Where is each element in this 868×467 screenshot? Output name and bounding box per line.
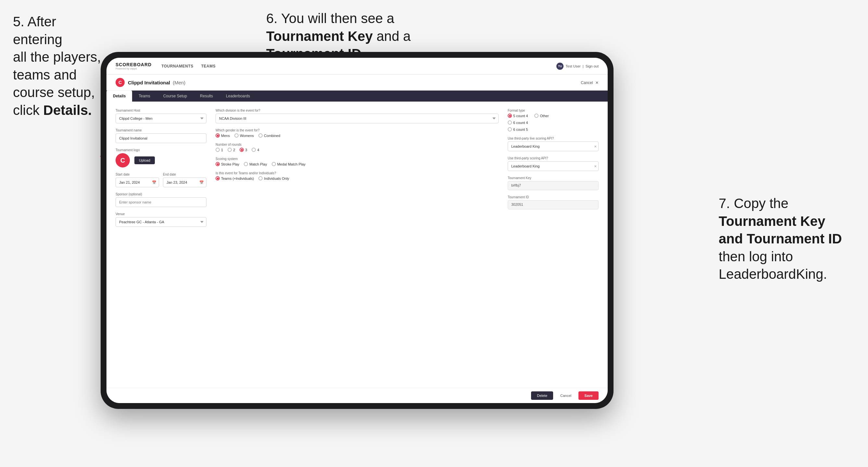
division-group: Which division is the event for? NCAA Di…	[216, 109, 499, 123]
upload-button[interactable]: Upload	[134, 156, 155, 164]
logo-upload-area: C Upload	[116, 153, 207, 167]
venue-group: Venue Peachtree GC - Atlanta - GA	[116, 212, 207, 227]
gender-womens[interactable]: Womens	[235, 133, 254, 137]
avatar: TU	[556, 63, 563, 70]
form-body: Tournament Host Clippd College - Men Tou…	[106, 101, 608, 388]
tournament-id-label: Tournament ID	[508, 195, 598, 199]
middle-column: Which division is the event for? NCAA Di…	[216, 109, 499, 232]
division-select[interactable]: NCAA Division III	[216, 114, 499, 123]
scoring-medal[interactable]: Medal Match Play	[272, 162, 306, 166]
gender-mens[interactable]: Mens	[216, 133, 230, 137]
scoring-label: Scoring system	[216, 157, 499, 161]
rounds-radio-group: 1 2 3 4	[216, 148, 499, 152]
brand-name: SCOREBOARD	[116, 62, 152, 67]
third-party2-label: Use third-party scoring API?	[508, 156, 598, 160]
format-row: 5 count 4 Other	[508, 114, 598, 118]
tab-teams[interactable]: Teams	[132, 91, 156, 101]
tournament-id-value: 302051	[508, 200, 598, 209]
tournament-key-group: Tournament Key b#fbj7	[508, 176, 598, 190]
end-cal-icon: 📅	[199, 181, 204, 185]
rounds-4-radio[interactable]	[252, 148, 256, 152]
tournament-key-value: b#fbj7	[508, 181, 598, 190]
tournament-key-label: Tournament Key	[508, 176, 598, 180]
gender-mens-radio[interactable]	[216, 133, 220, 137]
teams-plus-radio[interactable]	[216, 176, 220, 181]
teams-radio-group: Teams (+Individuals) Individuals Only	[216, 176, 499, 181]
rounds-4[interactable]: 4	[252, 148, 259, 152]
third-party2-group: Use third-party scoring API? ✕	[508, 156, 598, 171]
form-footer: Delete Cancel Save	[106, 388, 608, 403]
save-button[interactable]: Save	[579, 392, 598, 400]
cancel-footer-button[interactable]: Cancel	[556, 392, 575, 400]
rounds-label: Number of rounds	[216, 143, 499, 146]
host-select[interactable]: Clippd College - Men	[116, 114, 207, 123]
nav-teams[interactable]: TEAMS	[201, 64, 216, 68]
dates-group: Start date 📅 End date 📅	[116, 173, 207, 187]
format-5count4-radio[interactable]	[508, 114, 512, 118]
name-group: Tournament name	[116, 128, 207, 143]
scoring-stroke[interactable]: Stroke Play	[216, 162, 239, 166]
cancel-area: Cancel ✕	[581, 80, 598, 85]
rounds-1[interactable]: 1	[216, 148, 223, 152]
rounds-1-radio[interactable]	[216, 148, 220, 152]
scoring-stroke-radio[interactable]	[216, 162, 220, 166]
gender-combined[interactable]: Combined	[258, 133, 280, 137]
tab-course-setup[interactable]: Course Setup	[157, 91, 193, 101]
top-nav: SCOREBOARD Powered by clippd TOURNAMENTS…	[106, 58, 608, 75]
tablet-shell: SCOREBOARD Powered by clippd TOURNAMENTS…	[101, 52, 614, 409]
nav-tournaments[interactable]: TOURNAMENTS	[161, 64, 193, 68]
tab-leaderboards[interactable]: Leaderboards	[219, 91, 256, 101]
sponsor-group: Sponsor (optional)	[116, 192, 207, 207]
format-other-radio[interactable]	[534, 114, 538, 118]
format-6count4[interactable]: 6 count 4	[508, 120, 598, 125]
third-party1-label: Use third-party live scoring API?	[508, 136, 598, 140]
venue-select[interactable]: Peachtree GC - Atlanta - GA	[116, 217, 207, 227]
delete-button[interactable]: Delete	[531, 392, 553, 400]
individuals-only-radio[interactable]	[258, 176, 262, 181]
cancel-button[interactable]: Cancel ✕	[581, 81, 598, 85]
rounds-2-radio[interactable]	[227, 148, 232, 152]
format-radio-col: 5 count 4 Other 6 count 4	[508, 114, 598, 131]
page-title-area: C Clippd Invitational (Men)	[116, 78, 185, 87]
tablet-screen: SCOREBOARD Powered by clippd TOURNAMENTS…	[106, 58, 608, 403]
start-date-wrap: 📅	[116, 178, 159, 187]
format-label: Format type	[508, 109, 598, 112]
sign-out-link[interactable]: Sign out	[586, 64, 598, 68]
end-date-group: End date 📅	[163, 173, 207, 187]
rounds-group: Number of rounds 1 2	[216, 143, 499, 152]
logo-circle: C	[116, 153, 130, 167]
tab-details[interactable]: Details	[106, 91, 132, 101]
third-party1-group: Use third-party live scoring API? ✕	[508, 136, 598, 151]
right-column: Format type 5 count 4 Other	[508, 109, 598, 232]
format-6count5[interactable]: 6 count 5	[508, 127, 598, 131]
format-6count5-radio[interactable]	[508, 127, 512, 131]
rounds-3[interactable]: 3	[240, 148, 247, 152]
third-party1-clear[interactable]: ✕	[594, 145, 597, 148]
individuals-only[interactable]: Individuals Only	[258, 176, 289, 181]
page-header: C Clippd Invitational (Men) Cancel ✕	[106, 75, 608, 91]
format-6count4-radio[interactable]	[508, 120, 512, 125]
rounds-3-radio[interactable]	[240, 148, 244, 152]
gender-womens-radio[interactable]	[235, 133, 239, 137]
name-input[interactable]	[116, 133, 207, 143]
third-party2-clear[interactable]: ✕	[594, 164, 597, 168]
gender-combined-radio[interactable]	[258, 133, 262, 137]
brand-area: SCOREBOARD Powered by clippd	[116, 62, 152, 70]
format-other[interactable]: Other	[534, 114, 549, 118]
nav-separator: |	[583, 64, 584, 68]
teams-group: Is this event for Teams and/or Individua…	[216, 172, 499, 181]
scoring-medal-radio[interactable]	[272, 162, 276, 166]
tab-results[interactable]: Results	[193, 91, 219, 101]
format-5count4[interactable]: 5 count 4	[508, 114, 528, 118]
start-date-group: Start date 📅	[116, 173, 159, 187]
scoring-match[interactable]: Match Play	[244, 162, 267, 166]
gender-radio-group: Mens Womens Combined	[216, 133, 499, 137]
teams-plus-individuals[interactable]: Teams (+Individuals)	[216, 176, 254, 181]
rounds-2[interactable]: 2	[227, 148, 235, 152]
sponsor-input[interactable]	[116, 197, 207, 207]
third-party2-input[interactable]	[508, 161, 598, 171]
start-cal-icon: 📅	[152, 181, 156, 185]
nav-user: TU Test User | Sign out	[556, 63, 598, 70]
third-party1-input[interactable]	[508, 142, 598, 151]
scoring-match-radio[interactable]	[244, 162, 248, 166]
